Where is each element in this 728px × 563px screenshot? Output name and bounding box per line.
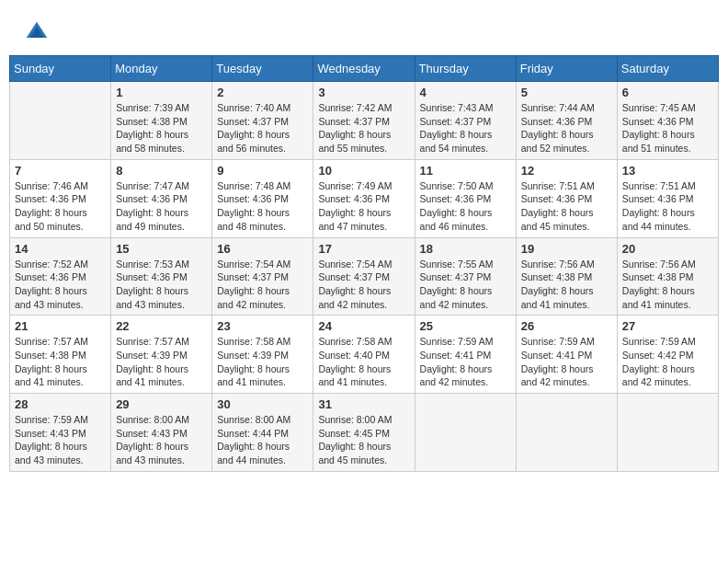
day-number: 23 (217, 319, 308, 333)
calendar-cell: 30Sunrise: 8:00 AMSunset: 4:44 PMDayligh… (212, 394, 313, 472)
day-info: Sunrise: 7:57 AMSunset: 4:39 PMDaylight:… (116, 335, 207, 389)
day-number: 20 (622, 242, 713, 256)
day-header-friday: Friday (516, 56, 617, 82)
day-number: 3 (318, 86, 409, 99)
calendar-cell: 3Sunrise: 7:42 AMSunset: 4:37 PMDaylight… (313, 82, 415, 160)
day-number: 14 (15, 242, 106, 256)
day-number: 2 (217, 86, 308, 99)
day-info: Sunrise: 7:55 AMSunset: 4:37 PMDaylight:… (420, 258, 511, 312)
day-number: 21 (15, 319, 106, 333)
day-header-thursday: Thursday (415, 56, 516, 82)
calendar-cell (617, 394, 718, 472)
calendar-cell: 27Sunrise: 7:59 AMSunset: 4:42 PMDayligh… (617, 316, 718, 394)
day-info: Sunrise: 7:50 AMSunset: 4:36 PMDaylight:… (420, 179, 511, 234)
day-info: Sunrise: 7:39 AMSunset: 4:38 PMDaylight:… (116, 101, 207, 155)
day-info: Sunrise: 7:56 AMSunset: 4:38 PMDaylight:… (521, 258, 612, 312)
calendar-week-row: 1Sunrise: 7:39 AMSunset: 4:38 PMDaylight… (10, 82, 719, 160)
calendar-cell: 22Sunrise: 7:57 AMSunset: 4:39 PMDayligh… (111, 316, 212, 394)
day-info: Sunrise: 7:59 AMSunset: 4:42 PMDaylight:… (622, 335, 713, 389)
calendar-cell: 24Sunrise: 7:58 AMSunset: 4:40 PMDayligh… (313, 316, 415, 394)
calendar-cell: 6Sunrise: 7:45 AMSunset: 4:36 PMDaylight… (617, 82, 718, 160)
day-header-tuesday: Tuesday (212, 56, 313, 82)
calendar-cell (10, 82, 111, 160)
calendar-week-row: 7Sunrise: 7:46 AMSunset: 4:36 PMDaylight… (10, 159, 719, 237)
day-info: Sunrise: 7:46 AMSunset: 4:36 PMDaylight:… (15, 179, 106, 234)
calendar-cell: 10Sunrise: 7:49 AMSunset: 4:36 PMDayligh… (313, 159, 415, 237)
calendar-cell: 26Sunrise: 7:59 AMSunset: 4:41 PMDayligh… (516, 316, 617, 394)
calendar-cell: 13Sunrise: 7:51 AMSunset: 4:36 PMDayligh… (617, 159, 718, 237)
calendar-week-row: 14Sunrise: 7:52 AMSunset: 4:36 PMDayligh… (10, 237, 719, 316)
day-number: 15 (116, 242, 207, 256)
calendar-cell: 18Sunrise: 7:55 AMSunset: 4:37 PMDayligh… (415, 237, 516, 316)
day-number: 22 (116, 319, 207, 333)
day-number: 25 (420, 319, 511, 333)
day-number: 13 (622, 164, 713, 178)
day-info: Sunrise: 8:00 AMSunset: 4:45 PMDaylight:… (318, 413, 409, 467)
day-number: 10 (318, 164, 409, 178)
day-info: Sunrise: 7:40 AMSunset: 4:37 PMDaylight:… (217, 101, 308, 155)
day-info: Sunrise: 7:42 AMSunset: 4:37 PMDaylight:… (318, 101, 409, 155)
day-info: Sunrise: 7:59 AMSunset: 4:41 PMDaylight:… (521, 335, 612, 389)
day-number: 5 (521, 86, 612, 99)
calendar-cell: 20Sunrise: 7:56 AMSunset: 4:38 PMDayligh… (617, 237, 718, 316)
day-info: Sunrise: 7:45 AMSunset: 4:36 PMDaylight:… (622, 101, 713, 155)
day-header-sunday: Sunday (10, 56, 111, 82)
day-number: 9 (217, 164, 308, 178)
day-number: 28 (15, 397, 106, 411)
day-info: Sunrise: 7:47 AMSunset: 4:36 PMDaylight:… (116, 179, 207, 234)
calendar-cell: 14Sunrise: 7:52 AMSunset: 4:36 PMDayligh… (10, 237, 111, 316)
day-info: Sunrise: 7:59 AMSunset: 4:41 PMDaylight:… (420, 335, 511, 389)
calendar-cell: 21Sunrise: 7:57 AMSunset: 4:38 PMDayligh… (10, 316, 111, 394)
day-info: Sunrise: 7:44 AMSunset: 4:36 PMDaylight:… (521, 101, 612, 155)
day-header-wednesday: Wednesday (313, 56, 415, 82)
day-number: 4 (420, 86, 511, 99)
calendar-cell: 2Sunrise: 7:40 AMSunset: 4:37 PMDaylight… (212, 82, 313, 160)
calendar-cell: 5Sunrise: 7:44 AMSunset: 4:36 PMDaylight… (516, 82, 617, 160)
calendar-cell: 4Sunrise: 7:43 AMSunset: 4:37 PMDaylight… (415, 82, 516, 160)
day-info: Sunrise: 7:57 AMSunset: 4:38 PMDaylight:… (15, 335, 106, 389)
calendar-cell: 19Sunrise: 7:56 AMSunset: 4:38 PMDayligh… (516, 237, 617, 316)
calendar-cell: 29Sunrise: 8:00 AMSunset: 4:43 PMDayligh… (111, 394, 212, 472)
day-header-saturday: Saturday (617, 56, 718, 82)
day-number: 16 (217, 242, 308, 256)
day-info: Sunrise: 7:43 AMSunset: 4:37 PMDaylight:… (420, 101, 511, 155)
day-number: 1 (116, 86, 207, 99)
calendar-cell: 28Sunrise: 7:59 AMSunset: 4:43 PMDayligh… (10, 394, 111, 472)
calendar-cell: 25Sunrise: 7:59 AMSunset: 4:41 PMDayligh… (415, 316, 516, 394)
calendar-cell (415, 394, 516, 472)
day-number: 18 (420, 242, 511, 256)
logo-icon (23, 18, 51, 46)
day-info: Sunrise: 7:54 AMSunset: 4:37 PMDaylight:… (217, 258, 308, 312)
day-info: Sunrise: 8:00 AMSunset: 4:44 PMDaylight:… (217, 413, 308, 467)
day-number: 24 (318, 319, 409, 333)
day-info: Sunrise: 7:53 AMSunset: 4:36 PMDaylight:… (116, 258, 207, 312)
day-info: Sunrise: 7:48 AMSunset: 4:36 PMDaylight:… (217, 179, 308, 234)
calendar-cell: 8Sunrise: 7:47 AMSunset: 4:36 PMDaylight… (111, 159, 212, 237)
day-header-monday: Monday (111, 56, 212, 82)
calendar-cell: 15Sunrise: 7:53 AMSunset: 4:36 PMDayligh… (111, 237, 212, 316)
calendar-cell: 17Sunrise: 7:54 AMSunset: 4:37 PMDayligh… (313, 237, 415, 316)
calendar-header-row: SundayMondayTuesdayWednesdayThursdayFrid… (10, 56, 719, 82)
day-number: 19 (521, 242, 612, 256)
day-info: Sunrise: 8:00 AMSunset: 4:43 PMDaylight:… (116, 413, 207, 467)
day-info: Sunrise: 7:56 AMSunset: 4:38 PMDaylight:… (622, 258, 713, 312)
day-number: 8 (116, 164, 207, 178)
day-info: Sunrise: 7:58 AMSunset: 4:40 PMDaylight:… (318, 335, 409, 389)
calendar-cell (516, 394, 617, 472)
day-info: Sunrise: 7:51 AMSunset: 4:36 PMDaylight:… (521, 179, 612, 234)
day-info: Sunrise: 7:59 AMSunset: 4:43 PMDaylight:… (15, 413, 106, 467)
day-info: Sunrise: 7:58 AMSunset: 4:39 PMDaylight:… (217, 335, 308, 389)
day-number: 30 (217, 397, 308, 411)
calendar-cell: 7Sunrise: 7:46 AMSunset: 4:36 PMDaylight… (10, 159, 111, 237)
calendar-week-row: 28Sunrise: 7:59 AMSunset: 4:43 PMDayligh… (10, 394, 719, 472)
day-info: Sunrise: 7:54 AMSunset: 4:37 PMDaylight:… (318, 258, 409, 312)
calendar-table: SundayMondayTuesdayWednesdayThursdayFrid… (9, 55, 719, 472)
calendar-cell: 9Sunrise: 7:48 AMSunset: 4:36 PMDaylight… (212, 159, 313, 237)
day-number: 29 (116, 397, 207, 411)
day-number: 7 (15, 164, 106, 178)
calendar-cell: 16Sunrise: 7:54 AMSunset: 4:37 PMDayligh… (212, 237, 313, 316)
day-number: 31 (318, 397, 409, 411)
day-info: Sunrise: 7:51 AMSunset: 4:36 PMDaylight:… (622, 179, 713, 234)
day-number: 17 (318, 242, 409, 256)
day-number: 11 (420, 164, 511, 178)
